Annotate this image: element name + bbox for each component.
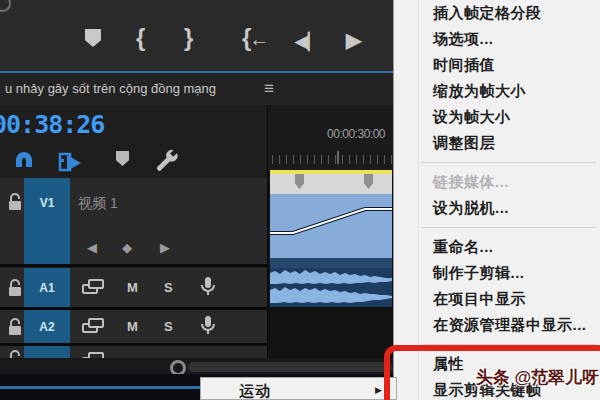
video-clip[interactable] xyxy=(270,194,392,258)
mark-out-icon[interactable]: } xyxy=(184,26,193,50)
timeline-panel: 00:38:26 00:00:30:00 xyxy=(0,105,393,400)
menu-item-9[interactable]: 重命名... xyxy=(394,234,600,260)
timeline-lanes xyxy=(268,170,393,358)
clip-marker-pin-icon xyxy=(295,174,304,189)
mark-in-icon[interactable]: { xyxy=(136,26,145,50)
mute-button[interactable]: M xyxy=(127,319,138,334)
settings-wrench-icon[interactable] xyxy=(153,148,181,176)
go-to-in-icon[interactable]: {← xyxy=(242,26,267,51)
lock-icon[interactable] xyxy=(6,278,24,298)
menu-item-4[interactable]: 缩放为帧大小 xyxy=(394,78,600,104)
sync-lock-icon[interactable] xyxy=(82,277,104,297)
menu-separator xyxy=(422,162,596,163)
panel-focus-border-bottom xyxy=(0,386,200,389)
ruler-ticks xyxy=(272,155,392,164)
audio-waveform xyxy=(270,268,392,307)
add-marker-icon[interactable] xyxy=(85,29,101,47)
marker-shield-icon[interactable] xyxy=(116,151,129,166)
horizontal-scrollbar[interactable] xyxy=(0,358,393,374)
sync-lock-icon[interactable] xyxy=(82,350,104,358)
track-header-v1: V1 视频 1 ◀ ◆ ▶ xyxy=(0,178,268,264)
sync-lock-icon[interactable] xyxy=(82,316,104,336)
menu-item-8[interactable]: 设为脱机... xyxy=(394,195,600,221)
lock-icon[interactable] xyxy=(6,317,24,337)
go-to-in-arrow: ← xyxy=(249,28,267,50)
sequence-title[interactable]: u nhảy gây sốt trên cộng đồng mạng xyxy=(5,81,260,96)
lock-icon[interactable] xyxy=(6,192,24,212)
audio-clip[interactable] xyxy=(270,268,392,307)
next-keyframe-icon[interactable]: ▶ xyxy=(160,240,170,255)
solo-button[interactable]: S xyxy=(164,319,173,334)
premiere-timeline-window: { } {← ◀▏ ▶ u nhảy gây sốt trên cộng đồn… xyxy=(0,0,600,400)
scrollbar-thumb[interactable] xyxy=(188,362,392,372)
ruler-tick-label: 00:00:30:00 xyxy=(327,127,385,141)
time-ruler[interactable]: 00:00:30:00 xyxy=(268,105,393,170)
clip-context-menu: 插入帧定格分段场选项...时间插值缩放为帧大小设为帧大小调整图层链接媒体...设… xyxy=(393,0,600,400)
menu-item-10[interactable]: 制作子剪辑... xyxy=(394,260,600,286)
step-back-triangle: ◀ xyxy=(295,32,308,51)
menu-item-6[interactable]: 调整图层 xyxy=(394,130,600,156)
opacity-rubber-band[interactable] xyxy=(270,194,392,258)
add-keyframe-icon[interactable]: ◆ xyxy=(122,240,132,255)
track-header-a3 xyxy=(0,346,268,358)
menu-item-1[interactable]: 插入帧定格分段 xyxy=(394,0,600,26)
ruler-major-tick xyxy=(337,151,339,164)
playhead-timecode[interactable]: 00:38:26 xyxy=(0,110,104,139)
prev-keyframe-icon[interactable]: ◀ xyxy=(87,240,97,255)
track-header-a1: A1 M S xyxy=(0,268,268,307)
clip-divider-strip xyxy=(270,258,392,268)
play-icon[interactable]: ▶ xyxy=(346,28,361,52)
track-header-a2: A2 M S xyxy=(0,310,268,343)
timeline-toolbar xyxy=(0,147,268,179)
clip-marker-pin-icon xyxy=(364,174,373,189)
keyframes-submenu: 运动 ▶ xyxy=(200,377,397,400)
panel-menu-icon[interactable]: ≡ xyxy=(264,79,274,99)
track-target-v1-button[interactable]: V1 xyxy=(24,178,70,264)
track-target-a1-button[interactable]: A1 xyxy=(24,268,70,307)
submenu-arrow-icon: ▶ xyxy=(375,385,382,395)
microphone-icon[interactable] xyxy=(197,314,219,338)
track-target-a3-button[interactable] xyxy=(24,346,70,358)
program-toolbar: { } {← ◀▏ ▶ xyxy=(0,0,393,71)
linked-selection-icon[interactable] xyxy=(58,150,84,176)
corner-button-icon xyxy=(0,0,11,12)
menu-item-3[interactable]: 时间插值 xyxy=(394,52,600,78)
menu-item-2[interactable]: 场选项... xyxy=(394,26,600,52)
menu-item-11[interactable]: 在项目中显示 xyxy=(394,286,600,312)
step-back-bar: ▏ xyxy=(308,33,320,50)
menu-item-12[interactable]: 在资源管理器中显示... xyxy=(394,312,600,338)
menu-separator xyxy=(422,227,596,228)
menu-item-5[interactable]: 设为帧大小 xyxy=(394,104,600,130)
lock-icon[interactable] xyxy=(6,349,24,358)
menu-item-7: 链接媒体... xyxy=(394,169,600,195)
microphone-icon[interactable] xyxy=(197,275,219,299)
step-back-icon[interactable]: ◀▏ xyxy=(295,30,320,54)
track-target-a2-button[interactable]: A2 xyxy=(24,310,70,343)
clip-fx-banner[interactable] xyxy=(270,174,392,194)
context-menu-items: 插入帧定格分段场选项...时间插值缩放为帧大小设为帧大小调整图层链接媒体...设… xyxy=(394,0,600,400)
track-name-v1[interactable]: 视频 1 xyxy=(78,195,118,213)
solo-button[interactable]: S xyxy=(164,280,173,295)
submenu-item-motion[interactable]: 运动 xyxy=(239,382,271,400)
snap-magnet-icon[interactable] xyxy=(12,151,36,175)
sequence-tab-bar: u nhảy gây sốt trên cộng đồng mạng ≡ xyxy=(0,73,393,105)
mute-button[interactable]: M xyxy=(127,280,138,295)
watermark: 头条 @范翠儿呀 xyxy=(476,366,599,389)
